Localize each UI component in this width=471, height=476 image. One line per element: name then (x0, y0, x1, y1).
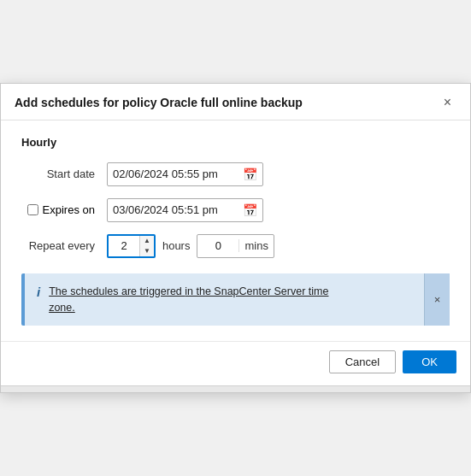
expires-on-input[interactable] (113, 203, 239, 216)
info-text-before: The schedules are triggered (49, 285, 185, 297)
hours-label: hours (162, 239, 191, 252)
info-banner-close-button[interactable]: × (424, 273, 450, 326)
info-icon: i (37, 285, 40, 299)
expires-on-label: Expires on (43, 203, 95, 216)
info-text-after: zone. (49, 302, 75, 314)
hours-decrement-button[interactable]: ▼ (140, 246, 154, 256)
mins-input-wrap: mins (197, 234, 274, 258)
start-date-label: Start date (21, 167, 107, 180)
repeat-every-label: Repeat every (21, 239, 107, 252)
info-banner: i The schedules are triggered in the Sna… (21, 273, 450, 326)
repeat-controls: ▲ ▼ hours mins (107, 234, 274, 258)
start-date-row: Start date 📅 (21, 162, 450, 186)
hours-input[interactable] (109, 236, 139, 256)
dialog-footer: Cancel OK (1, 341, 470, 385)
hours-increment-button[interactable]: ▲ (140, 236, 154, 246)
dialog-body: Hourly Start date 📅 Expires on 📅 Repeat … (1, 120, 470, 342)
scrollbar-area[interactable] (1, 385, 470, 392)
start-date-input[interactable] (113, 167, 239, 180)
hours-spinner-arrows: ▲ ▼ (139, 236, 154, 256)
info-banner-text: The schedules are triggered in the SnapC… (49, 284, 328, 316)
repeat-every-row: Repeat every ▲ ▼ hours mins (21, 234, 450, 258)
expires-on-checkbox[interactable] (27, 204, 38, 215)
dialog-title: Add schedules for policy Oracle full onl… (15, 96, 303, 109)
info-text-link: in the SnapCenter Server time (185, 285, 328, 297)
dialog-close-button[interactable]: × (439, 94, 456, 111)
mins-input[interactable] (197, 239, 238, 252)
cancel-button[interactable]: Cancel (329, 350, 396, 373)
dialog-header: Add schedules for policy Oracle full onl… (1, 84, 470, 120)
start-date-calendar-icon[interactable]: 📅 (243, 167, 257, 181)
expires-on-label-wrap: Expires on (21, 203, 107, 216)
add-schedules-dialog: Add schedules for policy Oracle full onl… (0, 83, 471, 394)
expires-on-input-wrap: 📅 (107, 198, 263, 222)
ok-button[interactable]: OK (403, 350, 456, 373)
start-date-input-wrap: 📅 (107, 162, 263, 186)
section-title: Hourly (21, 136, 450, 149)
mins-label: mins (238, 239, 273, 252)
hours-spinner: ▲ ▼ (107, 234, 156, 258)
expires-on-calendar-icon[interactable]: 📅 (243, 203, 257, 217)
expires-on-row: Expires on 📅 (21, 198, 450, 222)
